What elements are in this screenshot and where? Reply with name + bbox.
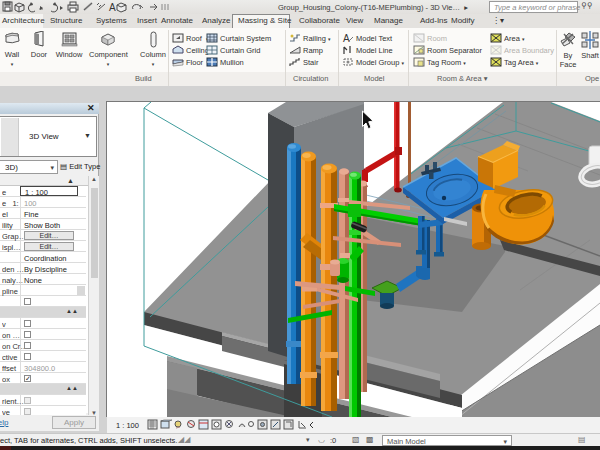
svg-text:A: A (343, 33, 350, 43)
svg-text:A: A (109, 2, 116, 13)
